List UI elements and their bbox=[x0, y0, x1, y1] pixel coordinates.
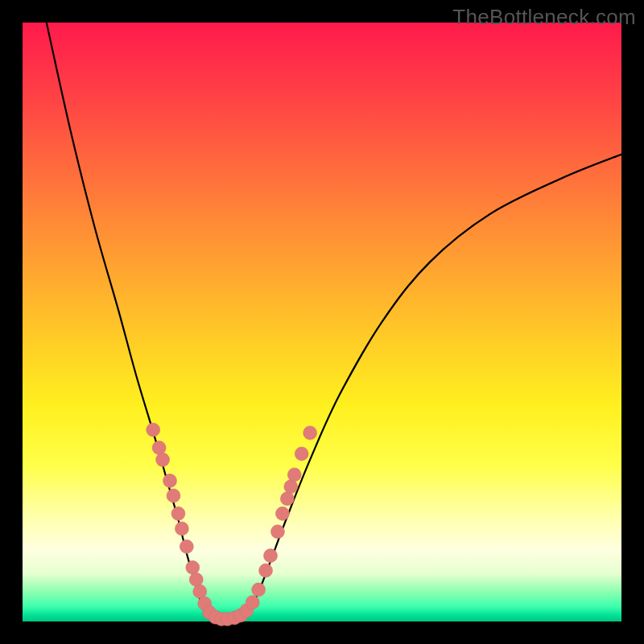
data-point bbox=[275, 507, 289, 521]
marker-layer bbox=[147, 423, 317, 625]
curve-tail bbox=[340, 155, 621, 394]
chart-frame: TheBottleneck.com bbox=[0, 0, 644, 644]
data-point bbox=[163, 474, 177, 488]
data-point bbox=[171, 507, 185, 521]
data-point bbox=[186, 561, 200, 575]
data-point bbox=[270, 525, 284, 539]
watermark-text: TheBottleneck.com bbox=[452, 5, 636, 30]
data-point bbox=[287, 468, 301, 481]
data-point bbox=[193, 584, 207, 598]
plot-area bbox=[23, 23, 621, 621]
data-point bbox=[284, 480, 298, 493]
data-point bbox=[152, 441, 166, 455]
data-point bbox=[295, 447, 308, 460]
data-point bbox=[246, 596, 259, 609]
data-point bbox=[303, 426, 317, 440]
curve-layer bbox=[47, 23, 621, 620]
data-point bbox=[280, 492, 294, 506]
data-point bbox=[252, 583, 266, 597]
data-point bbox=[147, 423, 160, 436]
data-point bbox=[175, 522, 188, 535]
data-point bbox=[189, 572, 203, 586]
data-point bbox=[156, 453, 170, 467]
data-point bbox=[259, 564, 273, 577]
bottleneck-curve bbox=[47, 23, 621, 620]
data-point bbox=[180, 540, 193, 554]
data-point bbox=[167, 489, 180, 502]
chart-svg bbox=[23, 23, 621, 621]
data-point bbox=[264, 549, 278, 563]
